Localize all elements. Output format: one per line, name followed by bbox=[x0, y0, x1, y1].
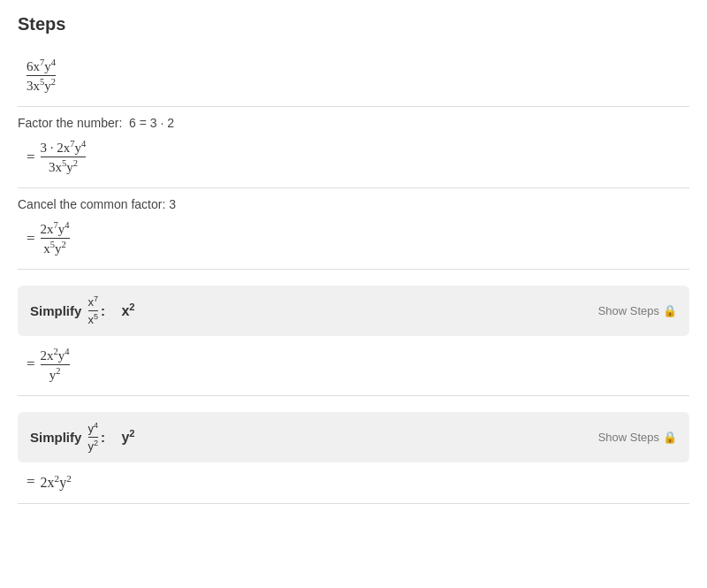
cancel-expression: = 2x7y4 x5y2 bbox=[18, 217, 689, 258]
final-result: 2x2y2 bbox=[41, 473, 72, 491]
factor-label: Factor the number: 6 = 3 · 2 bbox=[18, 116, 689, 130]
simplify-y-result: y2 bbox=[121, 428, 134, 446]
simplify-y-colon: : bbox=[101, 430, 112, 445]
initial-expression: 6x7y4 3x5y2 bbox=[18, 54, 689, 95]
page-title: Steps bbox=[18, 14, 689, 34]
final-expression: = 2x2y2 bbox=[18, 470, 689, 493]
simplify-x-left: Simplify x7 x5 : x2 bbox=[30, 294, 135, 327]
simplify-x-label: Simplify bbox=[30, 303, 81, 318]
simplify-x-colon: : bbox=[101, 303, 112, 318]
show-steps-x-label: Show Steps bbox=[598, 304, 659, 317]
show-steps-x[interactable]: Show Steps 🔒 bbox=[598, 304, 677, 317]
simplify-x-fraction: x7 x5 bbox=[88, 294, 99, 327]
after-x-fraction: 2x2y4 y2 bbox=[41, 347, 70, 383]
show-steps-y-label: Show Steps bbox=[598, 431, 659, 444]
simplify-y-left: Simplify y4 y2 : y2 bbox=[30, 421, 135, 454]
cancel-fraction: 2x7y4 x5y2 bbox=[41, 220, 70, 256]
step-cancel: Cancel the common factor: 3 = 2x7y4 x5y2 bbox=[18, 188, 689, 270]
simplify-y-box: Simplify y4 y2 : y2 Show Steps 🔒 bbox=[18, 412, 689, 462]
step-simplify-y: Simplify y4 y2 : y2 Show Steps 🔒 = 2x2y2 bbox=[18, 396, 689, 504]
initial-fraction: 6x7y4 3x5y2 bbox=[27, 57, 56, 94]
step-factor: Factor the number: 6 = 3 · 2 = 3 · 2x7y4… bbox=[18, 107, 689, 188]
factor-fraction: 3 · 2x7y4 3x5y2 bbox=[41, 139, 87, 175]
show-steps-y[interactable]: Show Steps 🔒 bbox=[598, 431, 677, 444]
step-simplify-x: Simplify x7 x5 : x2 Show Steps 🔒 = 2x2y4… bbox=[18, 270, 689, 396]
simplify-x-box: Simplify x7 x5 : x2 Show Steps 🔒 bbox=[18, 286, 689, 336]
lock-icon-x: 🔒 bbox=[663, 304, 677, 317]
simplify-x-result: x2 bbox=[121, 302, 134, 319]
step-initial: 6x7y4 3x5y2 bbox=[18, 45, 689, 107]
lock-icon-y: 🔒 bbox=[663, 431, 677, 444]
cancel-label: Cancel the common factor: 3 bbox=[18, 197, 689, 211]
after-simplify-x-expression: = 2x2y4 y2 bbox=[18, 343, 689, 385]
simplify-y-fraction: y4 y2 bbox=[88, 421, 99, 454]
factor-expression: = 3 · 2x7y4 3x5y2 bbox=[18, 135, 689, 177]
simplify-y-label: Simplify bbox=[30, 430, 81, 445]
